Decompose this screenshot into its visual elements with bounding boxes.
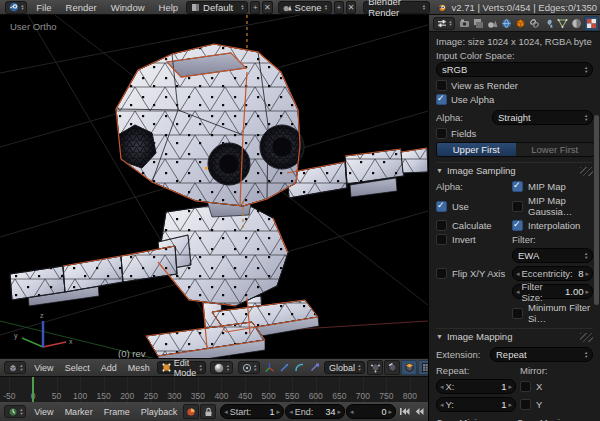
delete-scene-button[interactable]: ✕ [346,1,356,14]
menu-add[interactable]: Add [96,363,122,373]
blender-menu-button[interactable]: ▴▾ [5,1,27,14]
record-icon [186,407,196,417]
viewport-3d[interactable]: xyz User Ortho (0) rev [0,15,428,358]
face-select-mode-button[interactable] [401,360,417,375]
auto-keyframe-button[interactable] [183,404,199,419]
menu-view[interactable]: View [29,363,58,373]
view-as-render-label: View as Render [451,80,518,91]
menu-marker[interactable]: Marker [60,407,98,417]
world-tab-icon[interactable] [500,17,513,30]
extension-select[interactable]: Repeat▴▾ [490,347,593,362]
minimum-filter-checkbox[interactable] [512,308,523,319]
delete-layout-button[interactable]: ✕ [262,1,272,14]
render-engine-select[interactable]: Blender Render ▴▾ [363,1,430,14]
scene-stats: v2.71 | Verts:0/454 | Edges:0/1350 [452,2,597,13]
scene-icon [283,3,292,12]
calculate-checkbox[interactable] [436,220,447,231]
vertex-select-mode-button[interactable] [367,360,383,375]
editor-type-button[interactable]: ▴▾ [4,361,26,374]
image-sampling-panel-header[interactable]: ▼Image Sampling [436,162,593,178]
menu-render[interactable]: Render [59,2,104,13]
properties-scrollbar[interactable] [594,115,599,305]
interpolation-checkbox[interactable] [512,220,523,231]
invert-checkbox[interactable] [436,234,447,245]
flip-xy-checkbox[interactable] [436,268,447,279]
image-mapping-panel-header[interactable]: ▼Image Mapping [436,328,593,344]
alpha-mode-select[interactable]: Straight▴▾ [492,110,593,125]
scene-tab-icon[interactable] [486,17,499,30]
3d-view-editor-icon [8,363,18,373]
scene-select[interactable]: Scene ▴▾ [278,1,332,14]
constraints-tab-icon[interactable] [528,17,541,30]
manipulator-toggle-icon[interactable] [263,361,277,374]
viewport-shading-button[interactable]: ▴▾ [210,361,232,374]
current-frame-field[interactable]: ◂0▸ [346,404,396,419]
render-layers-tab-icon[interactable] [472,17,485,30]
lock-button[interactable] [200,404,216,419]
repeat-x-field[interactable]: ◂X:1▸ [436,379,516,394]
mirror-x-checkbox[interactable] [520,381,531,392]
properties-editor-type-button[interactable]: ▴▾ [433,17,455,30]
pivot-point-button[interactable]: ▴▾ [238,361,260,374]
dropdown-arrows-icon: ▴▾ [254,364,256,371]
alpha-label: Alpha: [436,112,488,123]
mode-select[interactable]: Edit Mode ▴▾ [157,361,207,374]
upper-first-button[interactable]: Upper First [437,143,516,156]
mirror-y-checkbox[interactable] [520,399,531,410]
menu-help[interactable]: Help [152,2,186,13]
use-alpha-checkbox[interactable] [436,94,447,105]
mip-map-gauss-checkbox[interactable] [512,201,523,212]
screen-layout-select[interactable]: Default ▴▾ [186,1,248,14]
menu-tl-view[interactable]: View [29,407,58,417]
render-tab-icon[interactable] [458,17,471,30]
texture-properties-body: Image: size 1024 x 1024, RGBA byte Input… [429,32,600,421]
filter-select[interactable]: EWA▴▾ [512,248,593,263]
dropdown-arrows-icon: ▴▾ [358,364,360,371]
screen-layout-icon [191,3,200,12]
eccentricity-field[interactable]: ◂Eccentricity:8▸ [512,266,593,281]
frame-end-field[interactable]: ◂End:34▸ [285,404,345,419]
menu-frame[interactable]: Frame [99,407,135,417]
dropdown-arrows-icon: ▴▾ [21,4,23,11]
modifiers-tab-icon[interactable] [542,17,555,30]
material-tab-icon[interactable] [570,17,583,30]
filter-size-field[interactable]: ◂Filter Size:1.00▸ [512,284,593,299]
blender-logo-icon [437,2,446,13]
edge-select-mode-button[interactable] [384,360,400,375]
dropdown-arrows-icon: ▴▾ [324,4,326,11]
menu-file[interactable]: File [29,2,58,13]
object-tab-icon[interactable] [514,17,527,30]
add-layout-button[interactable]: + [250,1,260,14]
add-scene-button[interactable]: + [334,1,344,14]
view-as-render-checkbox[interactable] [436,80,447,91]
timeline-clock-icon [8,407,18,417]
menu-select[interactable]: Select [60,363,95,373]
rotate-manipulator-icon[interactable] [293,361,307,374]
mip-map-checkbox[interactable] [512,181,523,192]
timeline-header: ▴▾ View Marker Frame Playback ◂Start:1▸ … [0,402,428,421]
frame-start-field[interactable]: ◂Start:1▸ [220,404,284,419]
input-color-space-select[interactable]: sRGB▴▾ [436,62,593,77]
scale-manipulator-icon[interactable] [308,361,322,374]
menu-window[interactable]: Window [104,2,152,13]
previous-keyframe-button[interactable] [412,405,426,418]
axis-gizmo: xyz [14,312,73,347]
object-data-tab-icon[interactable] [556,17,569,30]
3d-viewport-canvas[interactable]: xyz [0,15,428,358]
timeline-ruler[interactable]: -500501001502002503003504004505005506006… [0,377,428,403]
fields-checkbox[interactable] [436,128,447,139]
current-frame-playhead[interactable] [32,377,34,402]
timeline-editor-type-button[interactable]: ▴▾ [4,405,26,418]
crop-minimum-label: Crop Minimum: [436,417,513,421]
menu-mesh[interactable]: Mesh [123,363,155,373]
menu-playback[interactable]: Playback [136,407,183,417]
dropdown-arrows-icon: ▴▾ [199,364,201,371]
alpha-use-checkbox[interactable] [436,201,447,212]
transform-orientation-select[interactable]: Global ▴▾ [324,361,365,374]
repeat-y-field[interactable]: ◂Y:1▸ [436,397,516,412]
edit-mode-icon [162,363,171,372]
lower-first-button[interactable]: Lower First [516,143,595,156]
translate-manipulator-icon[interactable] [278,361,292,374]
texture-tab-icon[interactable] [584,16,599,31]
jump-to-start-button[interactable] [397,405,411,418]
